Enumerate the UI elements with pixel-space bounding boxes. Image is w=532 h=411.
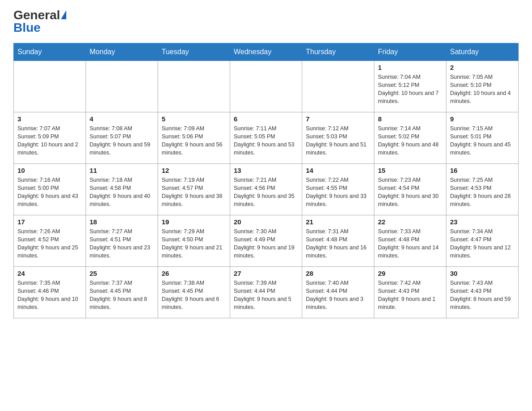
calendar-cell: 10Sunrise: 7:16 AM Sunset: 5:00 PM Dayli… (14, 164, 86, 215)
logo-blue-text: Blue (13, 21, 41, 34)
day-number: 24 (17, 270, 82, 277)
calendar-cell (230, 61, 302, 112)
day-info: Sunrise: 7:16 AM Sunset: 5:00 PM Dayligh… (17, 176, 82, 209)
calendar-cell: 27Sunrise: 7:39 AM Sunset: 4:44 PM Dayli… (230, 267, 302, 318)
day-info: Sunrise: 7:07 AM Sunset: 5:09 PM Dayligh… (17, 124, 82, 157)
day-info: Sunrise: 7:25 AM Sunset: 4:53 PM Dayligh… (450, 176, 515, 209)
calendar-cell: 25Sunrise: 7:37 AM Sunset: 4:45 PM Dayli… (86, 267, 158, 318)
calendar-week-4: 17Sunrise: 7:26 AM Sunset: 4:52 PM Dayli… (14, 215, 519, 267)
day-number: 5 (162, 115, 226, 123)
calendar-cell: 14Sunrise: 7:22 AM Sunset: 4:55 PM Dayli… (302, 164, 374, 215)
weekday-header-sunday: Sunday (14, 43, 86, 61)
day-number: 15 (378, 167, 442, 174)
day-number: 20 (234, 218, 298, 226)
calendar-cell: 6Sunrise: 7:11 AM Sunset: 5:05 PM Daylig… (230, 112, 302, 164)
weekday-header-thursday: Thursday (302, 43, 374, 61)
weekday-header-tuesday: Tuesday (158, 43, 230, 61)
day-info: Sunrise: 7:15 AM Sunset: 5:01 PM Dayligh… (450, 124, 515, 157)
day-number: 10 (17, 167, 82, 174)
calendar-cell (158, 61, 230, 112)
calendar-cell: 12Sunrise: 7:19 AM Sunset: 4:57 PM Dayli… (158, 164, 230, 215)
day-info: Sunrise: 7:12 AM Sunset: 5:03 PM Dayligh… (306, 124, 370, 157)
calendar-cell (86, 61, 158, 112)
calendar-cell: 15Sunrise: 7:23 AM Sunset: 4:54 PM Dayli… (374, 164, 446, 215)
day-number: 8 (378, 115, 442, 123)
logo-general-text: General (13, 9, 66, 21)
day-info: Sunrise: 7:42 AM Sunset: 4:43 PM Dayligh… (378, 279, 442, 312)
day-number: 3 (17, 115, 82, 123)
day-info: Sunrise: 7:43 AM Sunset: 4:43 PM Dayligh… (450, 279, 515, 312)
calendar-cell: 28Sunrise: 7:40 AM Sunset: 4:44 PM Dayli… (302, 267, 374, 318)
calendar-cell: 30Sunrise: 7:43 AM Sunset: 4:43 PM Dayli… (446, 267, 519, 318)
day-info: Sunrise: 7:21 AM Sunset: 4:56 PM Dayligh… (234, 176, 298, 209)
calendar-week-5: 24Sunrise: 7:35 AM Sunset: 4:46 PM Dayli… (14, 267, 519, 318)
day-info: Sunrise: 7:14 AM Sunset: 5:02 PM Dayligh… (378, 124, 442, 157)
calendar-cell (302, 61, 374, 112)
day-info: Sunrise: 7:30 AM Sunset: 4:49 PM Dayligh… (234, 227, 298, 260)
day-number: 23 (450, 218, 515, 226)
day-number: 29 (378, 270, 442, 277)
day-number: 21 (306, 218, 370, 226)
calendar-cell: 11Sunrise: 7:18 AM Sunset: 4:58 PM Dayli… (86, 164, 158, 215)
day-number: 25 (90, 270, 154, 277)
day-info: Sunrise: 7:05 AM Sunset: 5:10 PM Dayligh… (450, 73, 515, 106)
calendar-week-3: 10Sunrise: 7:16 AM Sunset: 5:00 PM Dayli… (14, 164, 519, 215)
day-number: 7 (306, 115, 370, 123)
day-info: Sunrise: 7:27 AM Sunset: 4:51 PM Dayligh… (90, 227, 154, 260)
calendar-cell: 26Sunrise: 7:38 AM Sunset: 4:45 PM Dayli… (158, 267, 230, 318)
calendar-cell: 4Sunrise: 7:08 AM Sunset: 5:07 PM Daylig… (86, 112, 158, 164)
day-info: Sunrise: 7:18 AM Sunset: 4:58 PM Dayligh… (90, 176, 154, 209)
day-number: 17 (17, 218, 82, 226)
day-info: Sunrise: 7:09 AM Sunset: 5:06 PM Dayligh… (162, 124, 226, 157)
calendar-cell: 17Sunrise: 7:26 AM Sunset: 4:52 PM Dayli… (14, 215, 86, 267)
calendar-week-1: 1Sunrise: 7:04 AM Sunset: 5:12 PM Daylig… (14, 61, 519, 112)
calendar-cell: 21Sunrise: 7:31 AM Sunset: 4:48 PM Dayli… (302, 215, 374, 267)
day-number: 1 (378, 64, 442, 71)
day-info: Sunrise: 7:33 AM Sunset: 4:48 PM Dayligh… (378, 227, 442, 260)
day-info: Sunrise: 7:39 AM Sunset: 4:44 PM Dayligh… (234, 279, 298, 312)
day-info: Sunrise: 7:04 AM Sunset: 5:12 PM Dayligh… (378, 73, 442, 106)
weekday-header-monday: Monday (86, 43, 158, 61)
calendar-cell: 24Sunrise: 7:35 AM Sunset: 4:46 PM Dayli… (14, 267, 86, 318)
calendar-cell: 3Sunrise: 7:07 AM Sunset: 5:09 PM Daylig… (14, 112, 86, 164)
day-number: 19 (162, 218, 226, 226)
day-number: 2 (450, 64, 515, 71)
calendar-cell (14, 61, 86, 112)
day-info: Sunrise: 7:35 AM Sunset: 4:46 PM Dayligh… (17, 279, 82, 312)
calendar-cell: 20Sunrise: 7:30 AM Sunset: 4:49 PM Dayli… (230, 215, 302, 267)
weekday-header-wednesday: Wednesday (230, 43, 302, 61)
calendar-cell: 1Sunrise: 7:04 AM Sunset: 5:12 PM Daylig… (374, 61, 446, 112)
day-number: 12 (162, 167, 226, 174)
calendar-cell: 19Sunrise: 7:29 AM Sunset: 4:50 PM Dayli… (158, 215, 230, 267)
day-number: 16 (450, 167, 515, 174)
day-info: Sunrise: 7:29 AM Sunset: 4:50 PM Dayligh… (162, 227, 226, 260)
calendar-cell: 23Sunrise: 7:34 AM Sunset: 4:47 PM Dayli… (446, 215, 519, 267)
calendar-cell: 22Sunrise: 7:33 AM Sunset: 4:48 PM Dayli… (374, 215, 446, 267)
day-info: Sunrise: 7:38 AM Sunset: 4:45 PM Dayligh… (162, 279, 226, 312)
day-number: 26 (162, 270, 226, 277)
day-number: 28 (306, 270, 370, 277)
weekday-header-saturday: Saturday (446, 43, 519, 61)
day-number: 14 (306, 167, 370, 174)
day-number: 9 (450, 115, 515, 123)
day-info: Sunrise: 7:23 AM Sunset: 4:54 PM Dayligh… (378, 176, 442, 209)
day-number: 11 (90, 167, 154, 174)
day-info: Sunrise: 7:22 AM Sunset: 4:55 PM Dayligh… (306, 176, 370, 209)
day-info: Sunrise: 7:31 AM Sunset: 4:48 PM Dayligh… (306, 227, 370, 260)
calendar-cell: 2Sunrise: 7:05 AM Sunset: 5:10 PM Daylig… (446, 61, 519, 112)
day-number: 13 (234, 167, 298, 174)
day-number: 6 (234, 115, 298, 123)
day-info: Sunrise: 7:40 AM Sunset: 4:44 PM Dayligh… (306, 279, 370, 312)
day-number: 4 (90, 115, 154, 123)
weekday-header-row: SundayMondayTuesdayWednesdayThursdayFrid… (14, 43, 519, 61)
day-info: Sunrise: 7:34 AM Sunset: 4:47 PM Dayligh… (450, 227, 515, 260)
day-info: Sunrise: 7:11 AM Sunset: 5:05 PM Dayligh… (234, 124, 298, 157)
day-number: 30 (450, 270, 515, 277)
logo-triangle-icon (61, 10, 66, 19)
day-info: Sunrise: 7:19 AM Sunset: 4:57 PM Dayligh… (162, 176, 226, 209)
calendar-cell: 9Sunrise: 7:15 AM Sunset: 5:01 PM Daylig… (446, 112, 519, 164)
calendar-cell: 7Sunrise: 7:12 AM Sunset: 5:03 PM Daylig… (302, 112, 374, 164)
day-info: Sunrise: 7:37 AM Sunset: 4:45 PM Dayligh… (90, 279, 154, 312)
calendar-cell: 29Sunrise: 7:42 AM Sunset: 4:43 PM Dayli… (374, 267, 446, 318)
day-info: Sunrise: 7:26 AM Sunset: 4:52 PM Dayligh… (17, 227, 82, 260)
